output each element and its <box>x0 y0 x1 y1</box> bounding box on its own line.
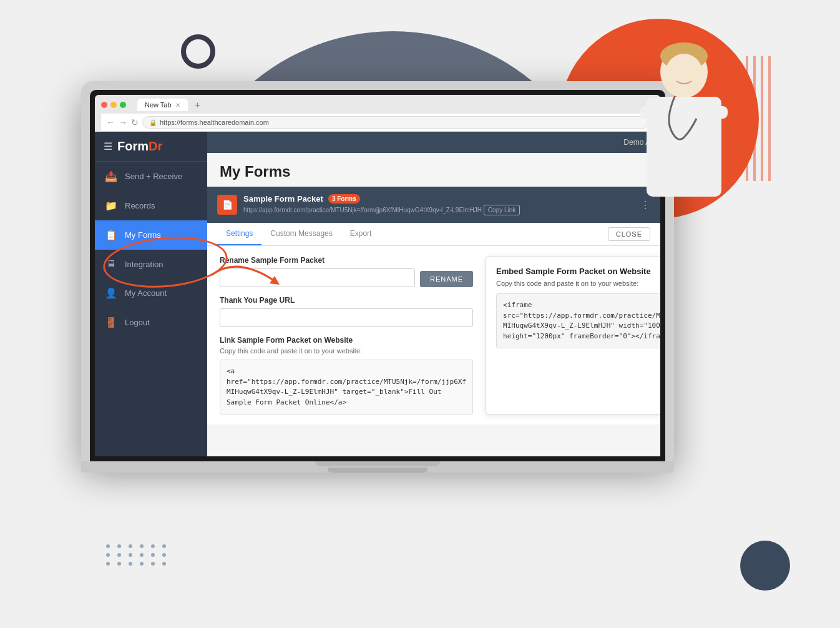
send-receive-icon: 📤 <box>105 170 117 182</box>
browser-titlebar: New Tab ✕ + <box>101 99 654 111</box>
sidebar: ☰ FormDr 📤 Send + Receive 📁 Records <box>95 132 207 456</box>
sidebar-item-integration[interactable]: 🖥 Integration <box>95 250 207 278</box>
deco-circle-top <box>181 34 215 69</box>
brand-dr-text: Dr <box>149 139 162 153</box>
embed-code-box[interactable]: <iframe src="https://app.formdr.com/prac… <box>496 293 660 348</box>
thankyou-label: Thank You Page URL <box>220 296 473 305</box>
laptop-screen-bezel: New Tab ✕ + ← → ↻ 🔒 https://forms.health… <box>90 90 665 461</box>
hamburger-icon[interactable]: ☰ <box>104 140 112 152</box>
rename-row: RENAME <box>220 268 473 287</box>
form-packet-icon: 📄 <box>217 195 237 215</box>
sidebar-item-my-account[interactable]: 👤 My Account <box>95 278 207 308</box>
new-tab-icon[interactable]: + <box>195 100 200 110</box>
sidebar-label-integration: Integration <box>125 260 163 269</box>
browser-tab[interactable]: New Tab ✕ <box>137 99 188 111</box>
laptop-wrapper: New Tab ✕ + ← → ↻ 🔒 https://forms.health… <box>81 81 674 531</box>
sidebar-label-records: Records <box>125 201 155 210</box>
tab-close-icon[interactable]: ✕ <box>175 102 180 109</box>
tabs-list: Settings Custom Messages Export <box>217 223 380 245</box>
sidebar-item-records[interactable]: 📁 Records <box>95 191 207 220</box>
back-button[interactable]: ← <box>106 117 115 127</box>
sidebar-label-my-forms: My Forms <box>125 230 161 240</box>
page-header: My Forms <box>207 153 660 187</box>
address-bar[interactable]: 🔒 https://forms.healthcaredomain.com <box>142 116 649 129</box>
laptop-base <box>81 461 674 473</box>
packet-name-text: Sample Form Packet <box>243 194 323 204</box>
rename-button[interactable]: RENAME <box>420 271 473 287</box>
brand-name: FormDr <box>117 139 162 154</box>
tab-settings[interactable]: Settings <box>217 223 261 245</box>
lock-icon: 🔒 <box>149 119 157 126</box>
embed-subtitle: Copy this code and paste it on to your w… <box>496 280 660 287</box>
tabs-row: Settings Custom Messages Export CLOSE <box>207 223 660 246</box>
svg-point-2 <box>665 54 703 94</box>
tab-custom-messages[interactable]: Custom Messages <box>261 223 341 245</box>
integration-icon: 🖥 <box>105 258 117 270</box>
url-text: https://forms.healthcaredomain.com <box>160 119 269 126</box>
form-packet-url: https://app.formdr.com/practice/MTU5Njk=… <box>243 205 634 215</box>
page-title: My Forms <box>220 163 648 180</box>
my-account-icon: 👤 <box>105 287 117 299</box>
sidebar-label-send-receive: Send + Receive <box>125 172 182 181</box>
app-layout: ☰ FormDr 📤 Send + Receive 📁 Records <box>95 132 660 456</box>
sidebar-label-logout: Logout <box>125 318 150 327</box>
rename-input[interactable] <box>220 268 415 287</box>
browser-toolbar: ← → ↻ 🔒 https://forms.healthcaredomain.c… <box>101 114 654 132</box>
dots-grid <box>106 544 168 566</box>
rename-label: Rename Sample Form Packet <box>220 256 473 265</box>
tab-title: New Tab <box>145 101 172 109</box>
records-icon: 📁 <box>105 200 117 212</box>
refresh-button[interactable]: ↻ <box>131 117 139 127</box>
form-packet-info: Sample Form Packet 3 Forms https://app.f… <box>243 194 634 215</box>
settings-panel: Rename Sample Form Packet RENAME Thank Y… <box>207 246 660 424</box>
doctor-figure <box>628 37 765 237</box>
browser-dots <box>101 102 126 108</box>
sidebar-header: ☰ FormDr <box>95 132 207 162</box>
top-header: Demo A <box>207 132 660 153</box>
sidebar-item-logout[interactable]: 🚪 Logout <box>95 308 207 337</box>
thankyou-input[interactable] <box>220 308 473 327</box>
link-section-subtitle: Copy this code and paste it on to your w… <box>220 347 473 355</box>
form-packet-card: 📄 Sample Form Packet 3 Forms https://app… <box>207 187 660 223</box>
settings-left: Rename Sample Form Packet RENAME Thank Y… <box>220 256 473 415</box>
sidebar-item-my-forms[interactable]: 📋 My Forms <box>95 220 207 250</box>
browser-close-dot[interactable] <box>101 102 107 108</box>
packet-url-text: https://app.formdr.com/practice/MTU5Njk=… <box>243 207 482 213</box>
logout-icon: 🚪 <box>105 316 117 328</box>
sidebar-label-my-account: My Account <box>125 288 167 298</box>
forward-button[interactable]: → <box>119 117 127 127</box>
bg-circle-small-dark <box>740 541 790 591</box>
link-section-title: Link Sample Form Packet on Website <box>220 336 473 345</box>
sidebar-item-send-receive[interactable]: 📤 Send + Receive <box>95 162 207 191</box>
laptop-outer: New Tab ✕ + ← → ↻ 🔒 https://forms.health… <box>81 81 674 461</box>
svg-rect-5 <box>700 106 728 119</box>
link-code-box[interactable]: <a href="https://app.formdr.com/practice… <box>220 360 473 415</box>
laptop-base-stand <box>315 461 440 466</box>
svg-rect-4 <box>640 106 668 119</box>
copy-link-button[interactable]: Copy Link <box>484 205 520 215</box>
browser-minimize-dot[interactable] <box>110 102 117 108</box>
main-content: Demo A My Forms 📄 Sample Form Packet 3 F… <box>207 132 660 456</box>
embed-panel: Embed Sample Form Packet on Website Copy… <box>486 256 660 415</box>
browser-maximize-dot[interactable] <box>120 102 126 108</box>
form-packet-name: Sample Form Packet 3 Forms <box>243 194 634 204</box>
tab-export[interactable]: Export <box>341 223 381 245</box>
embed-title: Embed Sample Form Packet on Website <box>496 267 660 276</box>
forms-count-badge: 3 Forms <box>328 194 360 204</box>
brand-form-text: Form <box>117 139 149 153</box>
my-forms-icon: 📋 <box>105 229 117 241</box>
browser-chrome: New Tab ✕ + ← → ↻ 🔒 https://forms.health… <box>95 95 660 132</box>
